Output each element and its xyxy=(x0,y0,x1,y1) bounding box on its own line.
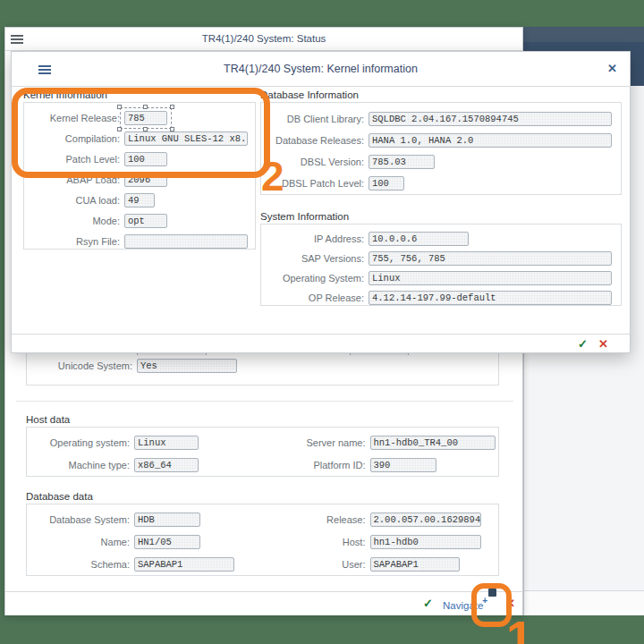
kernel-release-field[interactable]: 785 xyxy=(124,111,167,125)
compilation-field[interactable]: Linux GNU SLES-12 x8.. xyxy=(124,131,248,146)
host-data-title: Host data xyxy=(26,414,70,425)
navigate-link[interactable]: Navigate xyxy=(443,598,483,613)
field-label: Platform ID: xyxy=(263,460,370,470)
machine-type-field[interactable]: x86_64 xyxy=(134,458,199,472)
field-label: User: xyxy=(263,559,370,570)
field-label: Database System: xyxy=(27,514,134,525)
field-label: Rsyn File: xyxy=(24,236,124,247)
schema-field[interactable]: SAPABAP1 xyxy=(134,557,234,572)
unicode-field[interactable]: Yes xyxy=(137,359,237,373)
field-row: User: SAPABAP1 xyxy=(263,556,499,572)
status-window-title: TR4(1)/240 System: Status xyxy=(5,33,522,44)
rsyn-file-field[interactable] xyxy=(124,234,248,249)
database-data-left-column: Database System: HDB Name: HN1/05 Schema… xyxy=(27,512,263,575)
cua-load-field[interactable]: 49 xyxy=(124,193,155,208)
dialog-header: TR4(1)/240 System: Kernel information ✕ xyxy=(12,52,630,87)
patch-level-field[interactable]: 100 xyxy=(124,152,167,166)
field-label: ABAP Load: xyxy=(24,174,124,185)
field-row: OP Release: 4.12.14-197.99-default xyxy=(261,290,621,305)
platform-id-field[interactable]: 390 xyxy=(370,458,436,472)
field-row: CUA load: 49 xyxy=(24,192,255,208)
database-data-group: Database System: HDB Name: HN1/05 Schema… xyxy=(26,504,499,576)
field-label: Server name: xyxy=(263,437,370,448)
unicode-row: Unicode System: Yes xyxy=(28,358,237,373)
db-host-field[interactable]: hn1-hdb0 xyxy=(370,535,481,549)
dbsl-version-field[interactable]: 785.03 xyxy=(369,155,435,169)
confirm-check-icon[interactable]: ✓ xyxy=(423,597,433,611)
db-user-field[interactable]: SAPABAP1 xyxy=(370,557,460,572)
field-row: Compilation: Linux GNU SLES-12 x8.. xyxy=(24,131,255,146)
dialog-confirm-check-icon[interactable]: ✓ xyxy=(578,337,588,352)
close-icon[interactable]: ✕ xyxy=(607,62,617,75)
field-label: SAP Versions: xyxy=(261,253,369,264)
dbsl-patch-level-field[interactable]: 100 xyxy=(369,176,404,191)
field-row: Database Releases: HANA 1.0, HANA 2.0 xyxy=(261,132,621,148)
selection-handle[interactable] xyxy=(117,105,122,109)
plus-icon: + xyxy=(482,597,487,605)
field-label: Name: xyxy=(27,537,134,547)
field-label: IP Address: xyxy=(261,233,369,244)
field-row: Server name: hn1-hdb0_TR4_00 xyxy=(263,435,499,450)
field-label: Kernel Release: xyxy=(24,113,124,123)
kernel-information-group: Kernel Release: 785 Compilation: Linux G… xyxy=(23,102,256,250)
field-row: DB Client Library: SQLDBC 2.04.167.15708… xyxy=(261,111,621,126)
field-row: IP Address: 10.0.0.6 xyxy=(261,231,621,246)
field-label: Operating system: xyxy=(27,437,134,448)
selection-handle[interactable] xyxy=(170,127,174,131)
database-data-right-column: Release: 2.00.057.00.1629894416 Host: hn… xyxy=(263,512,499,575)
field-row: DBSL Version: 785.03 xyxy=(261,154,621,169)
selection-handle[interactable] xyxy=(143,127,148,131)
operating-system-field[interactable]: Linux xyxy=(134,436,199,450)
field-row: Machine type: x86_64 xyxy=(27,457,263,472)
kernel-information-dialog: TR4(1)/240 System: Kernel information ✕ … xyxy=(11,51,631,353)
db-client-library-field[interactable]: SQLDBC 2.04.167.1570894745 xyxy=(369,112,612,126)
dialog-cancel-x-icon[interactable]: ✕ xyxy=(598,337,608,352)
field-row: Schema: SAPABAP1 xyxy=(27,556,263,572)
background-header-bar xyxy=(523,27,644,42)
field-row: ABAP Load: 2096 xyxy=(24,172,255,187)
host-data-left-column: Operating system: Linux Machine type: x8… xyxy=(27,435,263,476)
database-data-title: Database data xyxy=(26,491,93,502)
field-label: Patch Level: xyxy=(24,154,124,165)
field-row: Kernel Release: 785 xyxy=(24,110,255,125)
status-footer-bar: ✓ Navigate + ✕ xyxy=(5,591,522,615)
selection-handle[interactable] xyxy=(117,127,122,131)
database-name-field[interactable]: HN1/05 xyxy=(134,535,200,549)
op-release-field[interactable]: 4.12.14-197.99-default xyxy=(369,291,612,305)
field-label: Schema: xyxy=(27,559,134,570)
system-information-title: System Information xyxy=(260,211,349,222)
server-name-field[interactable]: hn1-hdb0_TR4_00 xyxy=(370,436,496,450)
database-releases-field[interactable]: HANA 1.0, HANA 2.0 xyxy=(369,133,612,148)
system-information-group: IP Address: 10.0.0.6 SAP Versions: 755, … xyxy=(260,224,622,306)
sap-versions-field[interactable]: 755, 756, 785 xyxy=(369,251,612,266)
ip-address-field[interactable]: 10.0.0.6 xyxy=(369,232,469,246)
field-label: Database Releases: xyxy=(261,135,369,146)
field-label: Machine type: xyxy=(27,460,134,470)
field-label: Operating System: xyxy=(261,273,369,284)
field-row: Database System: HDB xyxy=(27,512,263,527)
field-label: CUA load: xyxy=(24,195,124,206)
annotation-step-1-number: 1 xyxy=(506,614,530,644)
release-field[interactable]: 2.00.057.00.1629894416 xyxy=(370,513,481,527)
field-row: SAP Versions: 755, 756, 785 xyxy=(261,250,621,266)
mode-field[interactable]: opt xyxy=(124,214,167,228)
kernel-information-title: Kernel Information xyxy=(23,89,107,100)
field-row: Patch Level: 100 xyxy=(24,151,255,166)
field-row: Operating system: Linux xyxy=(27,435,263,450)
background-footer-strip xyxy=(523,590,644,615)
abap-load-field[interactable]: 2096 xyxy=(124,173,167,187)
field-label: DBSL Version: xyxy=(261,157,369,167)
field-label: Host: xyxy=(263,537,370,547)
section-divider xyxy=(16,401,513,402)
window-square-icon xyxy=(488,589,496,597)
operating-system-field[interactable]: Linux xyxy=(369,271,612,285)
field-row: DBSL Patch Level: 100 xyxy=(261,175,621,191)
cancel-x-icon[interactable]: ✕ xyxy=(505,597,515,611)
dialog-footer-bar: ✓ ✕ xyxy=(12,334,630,353)
field-row: Host: hn1-hdb0 xyxy=(263,534,499,549)
unicode-label: Unicode System: xyxy=(28,360,137,371)
selection-handle[interactable] xyxy=(143,105,148,109)
database-system-field[interactable]: HDB xyxy=(134,513,200,527)
field-label: Release: xyxy=(263,514,370,525)
selection-handle[interactable] xyxy=(170,105,174,109)
